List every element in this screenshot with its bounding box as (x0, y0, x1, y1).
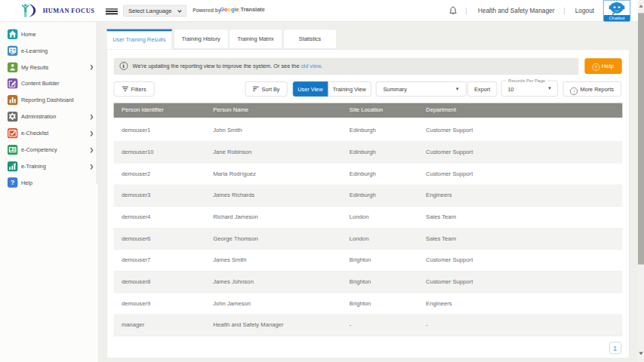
svg-text:?: ? (11, 179, 14, 187)
